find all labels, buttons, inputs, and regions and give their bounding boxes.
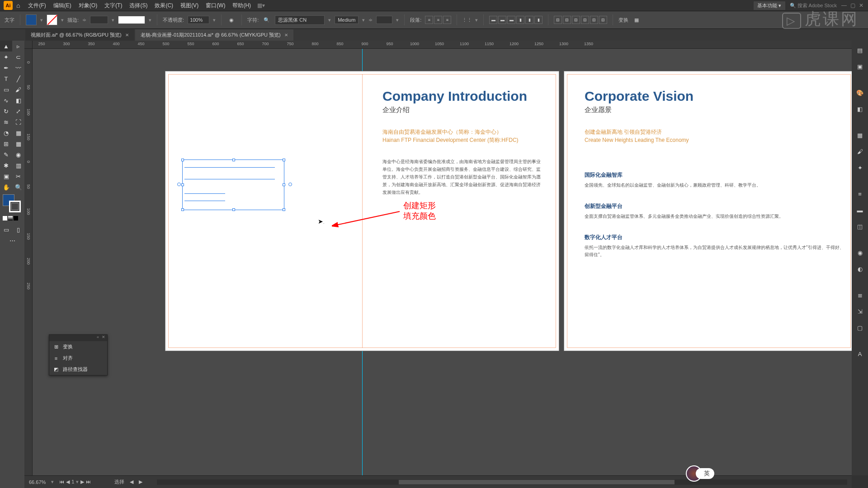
align-obj-3[interactable]: ▬ bbox=[507, 16, 515, 24]
transparency-panel-icon[interactable]: ◫ bbox=[854, 221, 866, 232]
stroke-panel-icon[interactable]: ≡ bbox=[854, 188, 866, 200]
stroke-profile-dropdown[interactable] bbox=[118, 16, 145, 24]
document-tab-2[interactable]: 老杨-商业画册-01期20211014.ai* @ 66.67% (CMYK/G… bbox=[135, 29, 293, 41]
search-stock[interactable]: 🔍 搜索 Adobe Stock bbox=[790, 2, 837, 9]
swatches-panel-icon[interactable]: ▦ bbox=[854, 129, 866, 141]
zoom-level[interactable]: 66.67% bbox=[29, 479, 46, 485]
menu-select[interactable]: 选择(S) bbox=[126, 2, 151, 9]
document-tab-1[interactable]: 视频封面.ai* @ 66.67% (RGB/GPU 预览) ✕ bbox=[25, 29, 134, 41]
libraries-panel-icon[interactable]: ▣ bbox=[854, 61, 866, 72]
artboard-number[interactable]: 1 bbox=[71, 479, 74, 485]
lasso-tool[interactable]: ⊂ bbox=[12, 52, 24, 62]
mini-panel-header[interactable]: «✕ bbox=[49, 335, 107, 341]
vertical-ruler[interactable]: 0 50 100 150 0 50 100 150 200 250 bbox=[24, 49, 33, 475]
menu-help[interactable]: 帮助(H) bbox=[229, 2, 255, 9]
color-panel-icon[interactable]: 🎨 bbox=[854, 87, 866, 99]
menu-effect[interactable]: 效果(C) bbox=[151, 2, 177, 9]
home-icon[interactable]: ⌂ bbox=[16, 2, 20, 9]
column-graph-tool[interactable]: ▥ bbox=[12, 160, 24, 171]
graphic-styles-panel-icon[interactable]: ◐ bbox=[854, 263, 866, 275]
align-obj-1[interactable]: ▬ bbox=[489, 16, 497, 24]
artboards-panel-icon[interactable]: ▢ bbox=[854, 322, 866, 333]
mini-panel-item-align[interactable]: ≡对齐 bbox=[49, 352, 107, 364]
align-obj-4[interactable]: ▮ bbox=[516, 16, 524, 24]
magic-wand-tool[interactable]: ✦ bbox=[0, 52, 12, 62]
type-tool[interactable]: T bbox=[0, 73, 12, 84]
prev-artboard-icon[interactable]: ◀ bbox=[66, 479, 70, 485]
gradient-tool[interactable]: ▦ bbox=[12, 138, 24, 149]
menu-object[interactable]: 对象(O) bbox=[75, 2, 101, 9]
align-obj-6[interactable]: ▮ bbox=[534, 16, 542, 24]
fill-swatch[interactable] bbox=[26, 14, 37, 25]
workspace-dropdown[interactable]: 基本功能 ▾ bbox=[754, 1, 785, 10]
font-weight-dropdown[interactable]: Medium bbox=[335, 16, 359, 24]
recolor-icon[interactable]: ◉ bbox=[227, 15, 236, 24]
mini-panel-item-transform[interactable]: ⊞变换 bbox=[49, 341, 107, 352]
hand-tool[interactable]: ✋ bbox=[0, 182, 12, 192]
properties-panel-icon[interactable]: ▤ bbox=[854, 44, 866, 56]
dist-5[interactable]: ⊟ bbox=[590, 16, 598, 24]
gradient-panel-icon[interactable]: ▬ bbox=[854, 204, 866, 216]
window-minimize-icon[interactable]: — bbox=[841, 2, 847, 9]
dist-1[interactable]: ⊟ bbox=[554, 16, 562, 24]
layers-panel-icon[interactable]: ≣ bbox=[854, 289, 866, 301]
shaper-tool[interactable]: ∿ bbox=[0, 95, 12, 106]
menu-type[interactable]: 文字(T) bbox=[101, 2, 126, 9]
blend-tool[interactable]: ◉ bbox=[12, 149, 24, 160]
pen-tool[interactable]: ✒ bbox=[0, 62, 12, 73]
rectangle-tool[interactable]: ▭ bbox=[0, 84, 12, 95]
appearance-panel-icon[interactable]: ◉ bbox=[854, 247, 866, 258]
close-icon[interactable]: ✕ bbox=[125, 33, 129, 38]
horizontal-scrollbar[interactable] bbox=[157, 479, 847, 485]
artboard-tool[interactable]: ▣ bbox=[0, 171, 12, 182]
fill-stroke-indicator[interactable] bbox=[0, 192, 24, 215]
window-maximize-icon[interactable]: ▢ bbox=[850, 2, 855, 9]
paintbrush-tool[interactable]: 🖌 bbox=[12, 84, 24, 95]
menu-edit[interactable]: 编辑(E) bbox=[50, 2, 75, 9]
screen-mode-full[interactable]: ▯ bbox=[12, 224, 24, 235]
zoom-tool[interactable]: 🔍 bbox=[12, 182, 24, 192]
overflow-icon[interactable]: ▦ bbox=[632, 15, 641, 24]
menu-file[interactable]: 文件(F) bbox=[24, 2, 49, 9]
ime-language[interactable]: 英 bbox=[696, 468, 714, 479]
color-mode-gradient[interactable] bbox=[8, 216, 13, 221]
color-mode-solid[interactable] bbox=[3, 216, 7, 221]
symbols-panel-icon[interactable]: ✦ bbox=[854, 162, 866, 174]
mini-panel-item-pathfinder[interactable]: ◩路径查找器 bbox=[49, 364, 107, 375]
align-obj-5[interactable]: ▮ bbox=[525, 16, 533, 24]
status-nav-prev-icon[interactable]: ◀ bbox=[130, 479, 133, 485]
character-panel-icon[interactable]: A bbox=[854, 348, 866, 360]
window-close-icon[interactable]: ✕ bbox=[859, 2, 863, 9]
dist-3[interactable]: ⊟ bbox=[572, 16, 580, 24]
selected-rectangle[interactable] bbox=[182, 160, 284, 210]
color-mode-none[interactable] bbox=[14, 216, 18, 221]
perspective-tool[interactable]: ▦ bbox=[12, 127, 24, 138]
menu-window[interactable]: 窗口(W) bbox=[202, 2, 229, 9]
next-artboard-icon[interactable]: ▶ bbox=[80, 479, 84, 485]
direct-selection-tool[interactable]: ▹ bbox=[12, 41, 24, 52]
asset-export-panel-icon[interactable]: ⇲ bbox=[854, 305, 866, 317]
dist-2[interactable]: ⊟ bbox=[563, 16, 571, 24]
align-obj-2[interactable]: ▬ bbox=[498, 16, 506, 24]
opacity-input[interactable] bbox=[188, 16, 209, 24]
bullets-icon[interactable]: ⋮⋮ bbox=[462, 15, 472, 24]
dist-6[interactable]: ⊟ bbox=[599, 16, 607, 24]
rotate-tool[interactable]: ↻ bbox=[0, 106, 12, 117]
font-search-icon[interactable]: 🔍 bbox=[262, 15, 271, 24]
eraser-tool[interactable]: ◧ bbox=[12, 95, 24, 106]
close-icon[interactable]: ✕ bbox=[102, 335, 105, 341]
align-right-icon[interactable]: ≡ bbox=[443, 16, 451, 24]
curvature-tool[interactable]: 〰 bbox=[12, 62, 24, 73]
collapse-icon[interactable]: « bbox=[97, 335, 99, 341]
shape-builder-tool[interactable]: ◔ bbox=[0, 127, 12, 138]
edit-toolbar[interactable]: ⋯ bbox=[0, 235, 24, 246]
slice-tool[interactable]: ✂ bbox=[12, 171, 24, 182]
scale-tool[interactable]: ⤢ bbox=[12, 106, 24, 117]
selection-tool[interactable]: ▲ bbox=[0, 41, 12, 52]
symbol-sprayer-tool[interactable]: ✱ bbox=[0, 160, 12, 171]
last-artboard-icon[interactable]: ⏭ bbox=[86, 479, 91, 485]
free-transform-tool[interactable]: ⛶ bbox=[12, 117, 24, 127]
ruler-origin[interactable] bbox=[24, 41, 33, 49]
align-left-icon[interactable]: ≡ bbox=[425, 16, 433, 24]
width-tool[interactable]: ≋ bbox=[0, 117, 12, 127]
